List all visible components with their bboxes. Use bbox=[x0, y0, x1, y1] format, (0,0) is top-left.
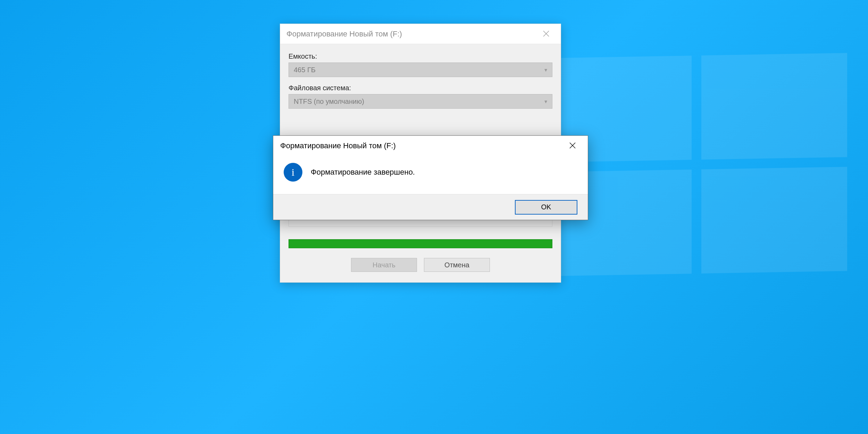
start-button: Начать bbox=[351, 258, 417, 272]
message-text: Форматирование завершено. bbox=[311, 168, 415, 177]
filesystem-label: Файловая система: bbox=[289, 84, 552, 92]
cancel-button[interactable]: Отмена bbox=[424, 258, 490, 272]
capacity-value: 465 ГБ bbox=[294, 66, 316, 74]
format-dialog-titlebar: Форматирование Новый том (F:) bbox=[280, 24, 561, 44]
capacity-select: 465 ГБ ▾ bbox=[289, 62, 552, 77]
filesystem-select: NTFS (по умолчанию) ▾ bbox=[289, 94, 552, 109]
chevron-down-icon: ▾ bbox=[544, 98, 547, 105]
chevron-down-icon: ▾ bbox=[544, 67, 547, 73]
message-dialog-title: Форматирование Новый том (F:) bbox=[280, 141, 564, 150]
format-dialog-title: Форматирование Новый том (F:) bbox=[286, 30, 538, 39]
close-icon bbox=[538, 28, 554, 39]
ok-button[interactable]: OK bbox=[515, 200, 577, 215]
message-dialog: Форматирование Новый том (F:) i Форматир… bbox=[273, 135, 588, 220]
capacity-label: Емкость: bbox=[289, 52, 552, 60]
format-progress-bar bbox=[289, 239, 552, 248]
windows-logo-background bbox=[546, 53, 847, 276]
close-button[interactable] bbox=[564, 141, 581, 151]
info-icon: i bbox=[284, 163, 302, 182]
filesystem-value: NTFS (по умолчанию) bbox=[294, 98, 364, 106]
message-dialog-titlebar[interactable]: Форматирование Новый том (F:) bbox=[273, 136, 588, 156]
